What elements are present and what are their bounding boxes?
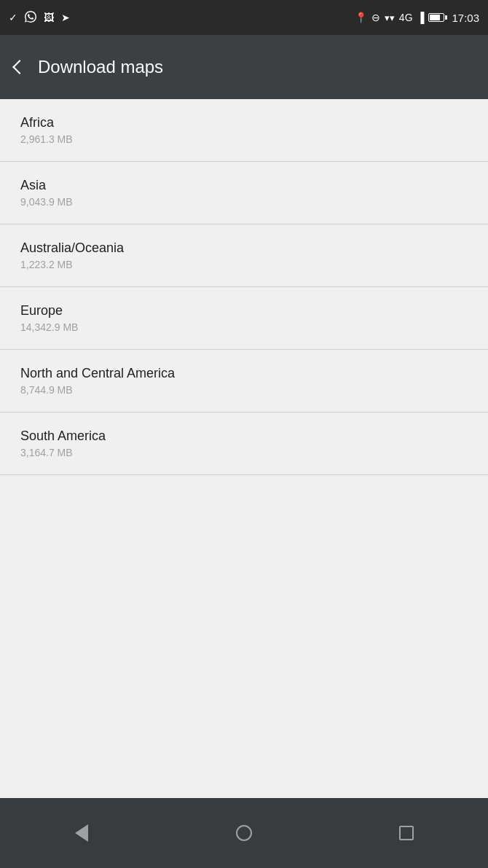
nav-back-button[interactable] [60,811,103,855]
nav-home-icon [236,825,252,841]
wifi-icon: ▾▾ [385,12,395,23]
whatsapp-icon [25,11,36,25]
app-bar: Download maps [0,35,488,99]
status-bar-left: ✓ 🖼 ➤ [9,11,70,25]
check-icon: ✓ [9,12,17,23]
nav-recents-button[interactable] [385,811,428,855]
block-icon: ⊖ [371,12,380,23]
network-label: 4G [399,12,413,23]
region-size: 9,043.9 MB [20,196,468,208]
status-time: 17:03 [452,12,479,24]
list-item[interactable]: Asia9,043.9 MB [0,162,488,224]
region-size: 1,223.2 MB [20,259,468,270]
region-size: 3,164.7 MB [20,447,468,458]
status-bar: ✓ 🖼 ➤ 📍 ⊖ ▾▾ 4G ▐ 17:03 [0,0,488,35]
empty-space [0,475,488,592]
list-item[interactable]: South America3,164.7 MB [0,413,488,475]
region-name: Africa [20,115,468,130]
regions-list: Africa2,961.3 MBAsia9,043.9 MBAustralia/… [0,99,488,798]
nav-recents-icon [399,826,414,840]
nav-home-button[interactable] [222,811,266,855]
list-item[interactable]: Africa2,961.3 MB [0,99,488,162]
nav-back-icon [75,824,88,842]
photo-icon: 🖼 [44,12,54,23]
region-size: 2,961.3 MB [20,133,468,145]
signal-icon: ▐ [417,12,425,23]
list-item[interactable]: Europe14,342.9 MB [0,287,488,350]
region-size: 14,342.9 MB [20,321,468,333]
status-bar-right: 📍 ⊖ ▾▾ 4G ▐ 17:03 [355,12,479,24]
list-item[interactable]: North and Central America8,744.9 MB [0,350,488,413]
region-name: North and Central America [20,366,468,381]
region-size: 8,744.9 MB [20,384,468,396]
back-button[interactable] [15,62,25,72]
battery-icon [428,13,444,22]
region-name: South America [20,429,468,444]
location-icon: 📍 [355,12,367,23]
region-name: Asia [20,178,468,193]
bottom-nav [0,798,488,868]
region-name: Australia/Oceania [20,241,468,256]
arrow-icon: ➤ [61,12,70,23]
list-item[interactable]: Australia/Oceania1,223.2 MB [0,224,488,287]
page-title: Download maps [38,57,163,77]
back-icon [12,60,27,74]
region-name: Europe [20,303,468,318]
